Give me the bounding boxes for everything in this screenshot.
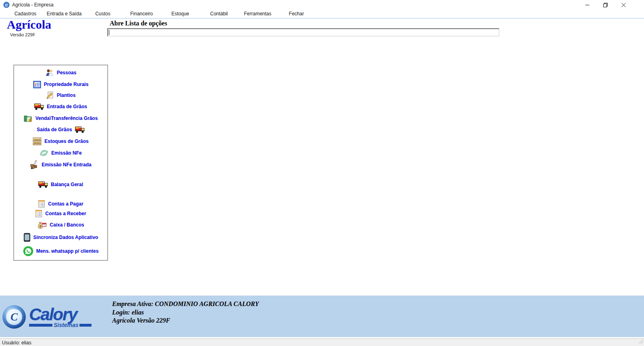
close-button[interactable]: [615, 0, 633, 10]
sidebar-item-pessoas[interactable]: Pessoas: [14, 68, 107, 78]
sidebar-item-plantios[interactable]: Plantios: [14, 90, 107, 100]
handtruck-icon: [30, 160, 39, 169]
tablet-icon: [23, 233, 31, 242]
sidebar-item-label: Saída de Grãos: [37, 127, 72, 132]
restore-icon: [603, 3, 608, 7]
moneybag-calendar-icon: $: [37, 221, 47, 229]
restore-button[interactable]: [596, 0, 615, 10]
sidebar-item-label: Balança Geral: [51, 182, 83, 187]
menu-cadastros[interactable]: Cadastros: [6, 10, 45, 18]
sidebar-item-label: Contas a Receber: [45, 211, 86, 216]
truck-icon: [38, 181, 48, 188]
sidebar-item-emissao-nfe-entrada[interactable]: Emissão NFe Entrada: [14, 160, 107, 170]
sidebar-item-label: Entrada de Grãos: [47, 104, 87, 109]
title-bar: C Agrícola - Empresa: [0, 0, 644, 10]
versao-text: Agrícola Versão 229F: [112, 317, 259, 325]
status-user-text: Usuário: elias: [2, 340, 31, 346]
sidebar-item-label: Plantios: [57, 92, 76, 98]
sidebar-item-entrada-de-graos[interactable]: Entrada de Grãos: [14, 102, 107, 111]
sidebar-item-caixa-bancos[interactable]: $ Caixa / Bancos: [14, 220, 107, 230]
sidebar-item-saida-de-graos[interactable]: Saída de Grãos: [14, 125, 107, 134]
people-icon: [45, 69, 54, 77]
truck-icon: [75, 126, 85, 133]
session-info: Empresa Ativa: CONDOMINIO AGRICOLA CALOR…: [112, 300, 259, 325]
sidebar-item-label: Sincroniza Dados Aplicativo: [33, 235, 98, 240]
empresa-ativa-text: Empresa Ativa: CONDOMINIO AGRICOLA CALOR…: [112, 300, 259, 308]
sidebar-item-label: Pessoas: [57, 70, 77, 75]
sidebar-item-estoques-de-graos[interactable]: Estoques de Grãos: [14, 136, 107, 146]
window-controls: [578, 0, 633, 10]
menu-bar: Cadastros Entrada e Saída Custos Finance…: [0, 10, 644, 19]
shortcut-panel: Pessoas Propriedade Rurais: [13, 65, 108, 261]
calory-circle-icon: C: [2, 305, 26, 329]
menu-ferramentas[interactable]: Ferramentas: [238, 10, 277, 18]
truck-icon: [34, 103, 44, 110]
sidebar-item-propriedade-rurais[interactable]: Propriedade Rurais: [14, 80, 107, 89]
grid-icon: [33, 81, 41, 88]
app-name: Agrícola: [7, 18, 51, 31]
sidebar-item-label: Emissão NFe: [51, 150, 81, 156]
login-text: Login: elias: [112, 308, 259, 317]
sidebar-item-mens-whatsapp[interactable]: Mens. whatsapp p/ clientes: [14, 246, 107, 256]
brand-underline-bar: [79, 324, 92, 327]
close-icon: [621, 3, 626, 7]
document-pencil-icon: [46, 91, 54, 99]
options-input[interactable]: [107, 28, 499, 36]
window-title: Agrícola - Empresa: [12, 2, 54, 8]
sidebar-item-balanca-geral[interactable]: Balança Geral: [14, 180, 107, 189]
minimize-icon: [585, 3, 590, 7]
brand-subtitle: Sistemas: [54, 322, 78, 328]
folder-money-icon: $: [24, 114, 33, 122]
options-list-label: Abre Lista de opções: [110, 20, 167, 27]
calory-brand-logo: C Calory Sistemas: [2, 305, 92, 329]
menu-financeiro[interactable]: Financeiro: [122, 10, 161, 18]
menu-estoque[interactable]: Estoque: [161, 10, 200, 18]
menu-fechar[interactable]: Fechar: [277, 10, 316, 18]
sidebar-item-label: Emissão NFe Entrada: [42, 162, 91, 168]
app-version: Versão 229F: [10, 32, 35, 37]
invoice-icon: [38, 200, 45, 208]
menu-entrada-e-saida[interactable]: Entrada e Saída: [45, 10, 83, 18]
sidebar-item-label: Propriedade Rurais: [44, 82, 89, 87]
footer-bar: C Calory Sistemas Empresa Ativa: CONDOMI…: [0, 296, 644, 337]
svg-text:C: C: [5, 3, 8, 7]
menu-custos[interactable]: Custos: [83, 10, 122, 18]
sidebar-item-label: Mens. whatsapp p/ clientes: [36, 248, 99, 254]
invoice-icon: [35, 210, 42, 218]
brand-letter: C: [10, 311, 18, 323]
brand-underline-bar: [29, 324, 52, 327]
app-logo-icon: C: [3, 2, 10, 8]
shelf-icon: [33, 137, 42, 145]
sidebar-item-emissao-nfe[interactable]: Emissão NFe: [14, 148, 107, 158]
resize-grip-icon[interactable]: [638, 338, 644, 346]
brand-name: Calory: [29, 306, 92, 323]
globe-icon: [40, 149, 48, 157]
sidebar-item-label: Venda\Transferência Grãos: [35, 115, 98, 121]
menu-contabil[interactable]: Contábil: [200, 10, 238, 18]
text-caret: [109, 30, 109, 35]
sidebar-item-label: Contas a Pagar: [48, 201, 83, 207]
whatsapp-icon: [23, 246, 33, 256]
sidebar-item-contas-a-pagar[interactable]: Contas a Pagar: [14, 199, 107, 209]
sidebar-item-venda-transferencia-graos[interactable]: $ Venda\Transferência Grãos: [14, 113, 107, 123]
status-bar: Usuário: elias: [0, 338, 644, 346]
minimize-button[interactable]: [578, 0, 596, 10]
sidebar-item-contas-a-receber[interactable]: Contas a Receber: [14, 209, 107, 218]
sidebar-item-label: Caixa / Bancos: [50, 222, 84, 228]
sidebar-item-sincroniza-dados[interactable]: Sincroniza Dados Aplicativo: [14, 233, 107, 242]
sidebar-item-label: Estoques de Grãos: [44, 138, 88, 144]
